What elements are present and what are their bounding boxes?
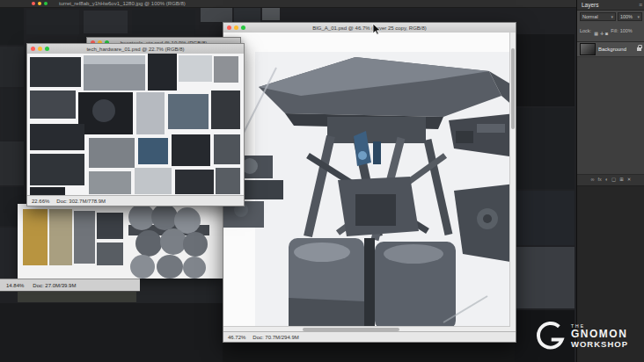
- fill-value[interactable]: 100%: [620, 28, 633, 33]
- delete-layer-icon[interactable]: ✕: [627, 177, 632, 183]
- background-window-statusbar: 14.84% Doc: 27.0M/39.9M: [0, 279, 140, 292]
- layers-panel: Layers ≡ Normal ▾ 100% ▾ Lock: ▦✛◙ Fill:…: [576, 0, 644, 362]
- photoshop-screen: turret_ref8ab_y1hHw6ov1_1280.jpg @ 100% …: [0, 0, 644, 362]
- logo-workshop: WORKSHOP: [571, 340, 628, 349]
- layers-panel-bottom-icons: ∞fx◐▢⊞✕: [577, 175, 644, 186]
- zoom-level-field[interactable]: 46.72%: [228, 335, 245, 340]
- zoom-window-icon[interactable]: [241, 25, 245, 30]
- photo-tile: [30, 124, 84, 150]
- photo-tile: [84, 11, 128, 33]
- zoom-level-field[interactable]: 14.84%: [6, 283, 24, 288]
- lock-option-icon[interactable]: ▦: [594, 31, 598, 36]
- photo-tile: [1, 89, 24, 140]
- minimize-icon[interactable]: [38, 47, 42, 51]
- photo-tile: [89, 171, 131, 194]
- photo-tile: [0, 303, 223, 362]
- doc-size-label: Doc: 27.0M/39.9M: [33, 283, 76, 288]
- gnomon-g-icon: [533, 320, 567, 353]
- layer-style-fx-icon[interactable]: fx: [597, 177, 601, 183]
- layers-panel-tabbar: Layers ≡: [577, 0, 644, 11]
- panel-menu-icon[interactable]: ≡: [639, 2, 644, 8]
- mouse-cursor: [372, 23, 382, 36]
- photo-tile: [130, 255, 155, 279]
- photo-tile: [216, 168, 240, 194]
- lock-label: Lock:: [580, 28, 591, 33]
- photo-tile: [138, 138, 168, 164]
- opacity-select[interactable]: 100% ▾: [618, 12, 642, 21]
- photo-tile: [74, 211, 95, 264]
- tab-layers[interactable]: Layers: [577, 2, 599, 8]
- zoom-level-field[interactable]: 22.66%: [32, 199, 49, 204]
- photo-tile: [515, 108, 574, 189]
- photo-tile: [0, 141, 24, 185]
- photo-tile: [135, 230, 162, 257]
- layer-mask-icon[interactable]: ▢: [611, 177, 616, 183]
- window-tech-hardware[interactable]: tech_hardware_01.psd @ 22.7% (RGB/8) 22.…: [26, 43, 245, 206]
- minimize-icon[interactable]: [38, 2, 41, 5]
- layer-thumbnail: [580, 43, 596, 55]
- background-window-titlebar[interactable]: turret_ref8ab_y1hHw6ov1_1280.jpg @ 100% …: [0, 0, 576, 8]
- lock-option-icon[interactable]: ✛: [600, 31, 604, 36]
- photo-tile: [136, 92, 165, 134]
- photo-tile: [18, 290, 136, 302]
- background-window-title: turret_ref8ab_y1hHw6ov1_1280.jpg @ 100% …: [59, 1, 186, 6]
- photo-tile: [148, 54, 177, 90]
- photo-tile: [0, 47, 24, 87]
- close-icon[interactable]: [227, 25, 231, 30]
- photo-tile: [223, 342, 515, 362]
- photo-tile: [515, 191, 574, 245]
- close-icon[interactable]: [31, 47, 35, 51]
- big-a-canvas[interactable]: [223, 33, 516, 332]
- vertical-scrollbar[interactable]: [509, 33, 516, 332]
- photo-tile: [97, 213, 123, 239]
- layer-row-background[interactable]: Background: [577, 42, 644, 57]
- chevron-down-icon: ▾: [611, 14, 613, 19]
- close-icon[interactable]: [32, 2, 35, 5]
- photo-tile: [135, 168, 172, 194]
- chevron-down-icon: ▾: [637, 14, 640, 19]
- photo-tile: [30, 90, 76, 119]
- doc-size-label: Doc: 302.7M/778.9M: [56, 199, 106, 204]
- blend-mode-select[interactable]: Normal ▾: [580, 12, 616, 21]
- photo-tile: [234, 8, 260, 22]
- link-layers-icon[interactable]: ∞: [591, 177, 595, 183]
- photo-tile: [515, 34, 574, 106]
- zoom-window-icon[interactable]: [44, 2, 48, 5]
- layer-lock-icon: [637, 47, 641, 51]
- photo-tile: [515, 247, 574, 308]
- doc-size-label: Doc: 70.7M/294.9M: [252, 335, 298, 340]
- photo-tile: [214, 56, 238, 83]
- background-canvas-left-strip: [0, 8, 25, 362]
- photo-tile: [30, 57, 81, 87]
- background-canvas-right-strip: [515, 8, 576, 362]
- photo-tile: [0, 8, 24, 45]
- lock-option-icon[interactable]: ◙: [605, 31, 608, 36]
- gnomon-workshop-logo: THE GNOMON WORKSHOP: [533, 320, 628, 353]
- photo-tile: [157, 255, 183, 279]
- reference-window-back-canvas[interactable]: [18, 204, 223, 279]
- photo-tile: [183, 232, 208, 257]
- photo-tile: [211, 90, 240, 129]
- big-a-statusbar: 46.72% Doc: 70.7M/294.9M: [223, 331, 516, 342]
- tech-hardware-statusbar: 22.66% Doc: 302.7M/778.9M: [27, 195, 244, 206]
- adjustment-layer-icon[interactable]: ◐: [605, 177, 608, 183]
- minimize-icon[interactable]: [234, 25, 238, 30]
- photo-tile: [84, 55, 145, 64]
- photo-tile: [26, 10, 79, 34]
- tech-hardware-title: tech_hardware_01.psd @ 22.7% (RGB/8): [27, 47, 244, 52]
- tech-hardware-canvas[interactable]: [27, 54, 244, 196]
- window-big-a[interactable]: BIG_A_01.psd @ 46.7% (Layer 25 copy, RGB…: [223, 22, 516, 343]
- new-group-icon[interactable]: ⊞: [619, 177, 624, 183]
- lock-icons[interactable]: ▦✛◙: [593, 23, 609, 39]
- opacity-value: 100%: [620, 14, 633, 19]
- layers-panel-controls: Normal ▾ 100% ▾ Lock: ▦✛◙ Fill: 100%: [577, 11, 644, 42]
- mech-painting: [223, 33, 516, 332]
- photo-tile: [179, 55, 212, 82]
- layer-name: Background: [598, 47, 626, 52]
- photo-tile: [168, 94, 209, 129]
- zoom-window-icon[interactable]: [45, 47, 49, 51]
- blend-mode-value: Normal: [582, 14, 598, 19]
- photo-tile: [92, 99, 115, 122]
- photo-tile: [183, 257, 206, 279]
- photo-tile: [132, 10, 195, 34]
